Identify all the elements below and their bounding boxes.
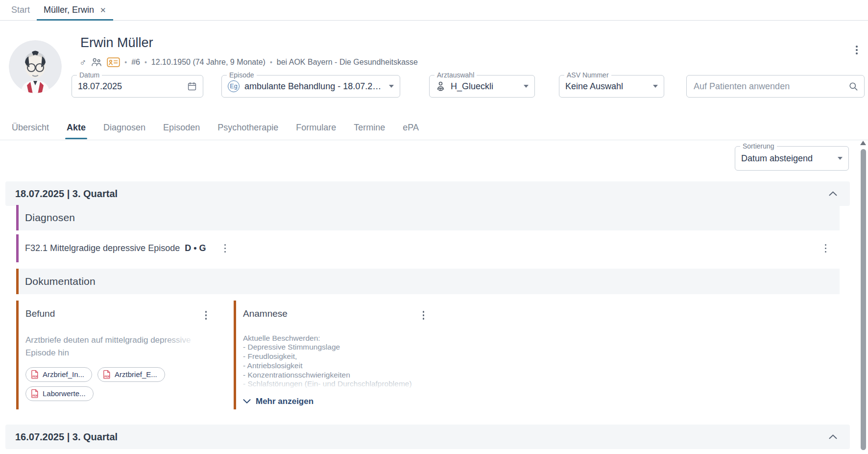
anamnese-kebab-menu[interactable] [420,308,427,322]
meta-separator: • [124,58,127,66]
episode-select-value: ambulante Behandlung - 18.07.20... [244,81,384,92]
diagnosis-row[interactable]: F32.1 Mittelgradige depressive Episode D… [16,234,840,262]
pdf-attachment-chip[interactable]: PDF Arzbrief_In... [25,367,92,382]
anamnese-title: Anamnese [243,308,288,319]
patient-record-page: Start Müller, Erwin ✕ [0,0,868,454]
pdf-icon: PDF [31,370,39,379]
diagnosis-codes: D • G [185,243,206,253]
tab-episoden[interactable]: Episoden [163,121,200,139]
tab-start[interactable]: Start [4,0,37,20]
doctor-select[interactable]: Arztauswahl H_Glueckli [429,75,535,98]
pdf-icon: PDF [31,389,39,398]
tab-psychotherapie[interactable]: Psychotherapie [217,121,279,139]
window-tab-bar: Start Müller, Erwin ✕ [0,0,868,21]
insurance-card-icon [107,57,120,67]
tab-patient[interactable]: Müller, Erwin ✕ [37,0,113,20]
chevron-down-icon[interactable] [389,85,394,88]
chevron-up-icon[interactable] [829,434,837,439]
pdf-icon: PDF [103,370,111,379]
pdf-attachment-chip[interactable]: PDF Arztbrief_E... [97,367,165,382]
chevron-down-icon[interactable] [524,85,529,88]
svg-text:PDF: PDF [32,394,38,397]
befund-kebab-menu[interactable] [203,308,210,322]
header-kebab-menu[interactable] [853,43,860,57]
diagnosen-heading-band: Diagnosen [16,205,840,230]
chevron-down-icon[interactable] [838,157,843,160]
tab-epa[interactable]: ePA [402,121,419,139]
dokumentation-heading-band: Dokumentation [16,269,840,294]
tab-akte[interactable]: Akte [66,121,86,139]
male-gender-icon: ♂ [79,58,86,67]
patient-nav-tabs: Übersicht Akte Diagnosen Episoden Psycho… [0,121,868,140]
doctor-icon [435,81,446,92]
svg-text:PDF: PDF [32,375,38,378]
befund-text: Arztbriefe deuten auf mittelgradig depre… [25,334,209,361]
anamnese-card: Anamnese Aktuelle Beschwerden: - Depress… [234,301,434,409]
close-tab-icon[interactable]: ✕ [100,6,106,15]
anamnese-text: Aktuelle Beschwerden: - Depressive Stimm… [243,334,429,393]
patient-meta-row: ♂ • #6 • 12.10.1950 (74 Jahre, 9 Monate)… [79,56,418,69]
apply-to-patient-search[interactable] [686,75,865,98]
text-fade-overlay [243,380,429,393]
diagnosis-row-kebab-menu[interactable] [822,242,829,255]
meta-separator: • [270,58,272,66]
asv-number-label: ASV Nummer [564,71,611,79]
calendar-icon[interactable] [187,81,197,91]
patient-insurer: bei AOK Bayern - Die Gesundheitskasse [277,58,418,67]
asv-number-value: Keine Auswahl [565,81,623,92]
tab-uebersicht[interactable]: Übersicht [11,121,49,139]
family-icon [91,57,102,68]
day-section-title: 18.07.2025 | 3. Quartal [15,188,118,200]
dokumentation-heading: Dokumentation [25,276,96,287]
chevron-down-icon [243,399,251,404]
sort-select[interactable]: Sortierung Datum absteigend [735,146,849,171]
day-section-18-07-2025: 18.07.2025 | 3. Quartal [5,181,850,206]
asv-number-select[interactable]: ASV Nummer Keine Auswahl [559,75,664,98]
diagnosis-kebab-menu[interactable] [222,242,229,255]
chevron-up-icon[interactable] [829,191,837,196]
date-field-value: 18.07.2025 [78,81,122,92]
tab-patient-label: Müller, Erwin [44,5,94,15]
befund-attachments: PDF Arzbrief_In... PDF Arztbrief_E... PD… [25,367,187,401]
avatar [9,40,62,93]
episode-select-label: Episode [227,71,257,79]
pdf-attachment-chip[interactable]: PDF Laborwerte... [25,386,94,401]
befund-card: Befund Arztbriefe deuten auf mittelgradi… [16,301,217,409]
show-more-button[interactable]: Mehr anzeigen [243,397,313,406]
tab-termine[interactable]: Termine [353,121,386,139]
tab-diagnosen[interactable]: Diagnosen [103,121,146,139]
search-icon[interactable] [848,81,858,91]
text-fade-overlay [162,334,209,347]
episode-select[interactable]: Episode Eg ambulante Behandlung - 18.07.… [221,75,400,98]
patient-number: #6 [131,58,140,67]
befund-title: Befund [25,308,55,319]
day-section-16-07-2025: 16.07.2025 | 3. Quartal [5,425,850,449]
patient-name: Erwin Müller [80,35,153,50]
apply-to-patient-input[interactable] [693,81,844,92]
doctor-select-label: Arztauswahl [434,71,477,79]
diagnosen-heading: Diagnosen [25,212,75,224]
doctor-select-value: H_Glueckli [451,81,493,92]
tab-formulare[interactable]: Formulare [295,121,337,139]
patient-birthdate: 12.10.1950 (74 Jahre, 9 Monate) [151,58,265,67]
chevron-down-icon[interactable] [653,85,658,88]
day-section-title: 16.07.2025 | 3. Quartal [15,431,118,443]
meta-separator: • [145,58,147,66]
date-field-label: Datum [77,71,102,79]
sort-select-value: Datum absteigend [741,153,813,164]
sort-select-label: Sortierung [740,142,777,151]
episode-eg-badge: Eg [228,80,240,92]
scrollbar-up-arrow[interactable] [860,141,866,145]
scrollbar-thumb[interactable] [861,149,866,450]
date-field[interactable]: Datum 18.07.2025 [72,75,203,98]
diagnosis-text: F32.1 Mittelgradige depressive Episode D… [25,243,206,253]
svg-text:PDF: PDF [104,375,110,378]
